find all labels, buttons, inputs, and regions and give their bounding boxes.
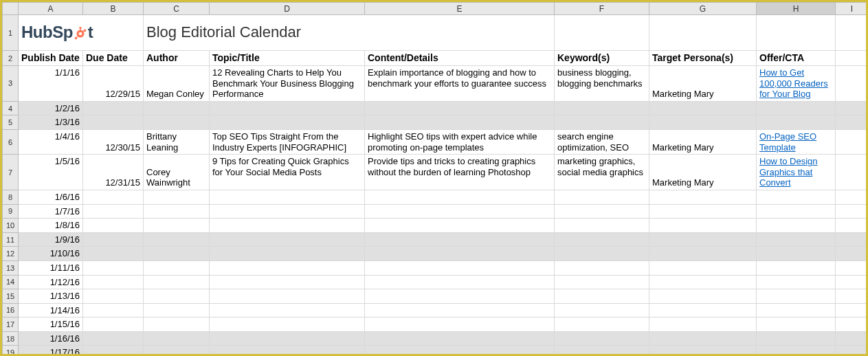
cell-i15[interactable]: [836, 289, 869, 304]
cell-f11[interactable]: [555, 232, 649, 247]
cell-h14[interactable]: [757, 275, 836, 289]
cell-c11[interactable]: [144, 232, 210, 247]
cell-c6[interactable]: Brittany Leaning: [144, 129, 210, 154]
cell-a8[interactable]: 1/6/16: [19, 190, 83, 204]
cell-f7[interactable]: marketing graphics, social media graphic…: [555, 155, 649, 190]
cell-f15[interactable]: [555, 289, 649, 304]
cell-f13[interactable]: [555, 260, 649, 275]
cell-a10[interactable]: 1/8/16: [19, 219, 83, 233]
header-offer[interactable]: Offer/CTA: [757, 51, 836, 66]
cell-e18[interactable]: [365, 331, 555, 346]
cell-f3[interactable]: business blogging, blogging benchmarks: [555, 66, 649, 102]
cell-a11[interactable]: 1/9/16: [19, 232, 83, 247]
row-header-3[interactable]: 3: [3, 66, 19, 102]
cell-a19[interactable]: 1/17/16: [19, 346, 83, 356]
cell-f4[interactable]: [555, 101, 649, 115]
cell-d8[interactable]: [210, 190, 365, 204]
cell-i5[interactable]: [836, 115, 869, 130]
cell-d14[interactable]: [210, 275, 365, 289]
cell-d6[interactable]: Top SEO Tips Straight From the Industry …: [210, 129, 365, 154]
cell-i11[interactable]: [836, 232, 869, 247]
cell-e16[interactable]: [365, 303, 555, 318]
cell-a9[interactable]: 1/7/16: [19, 204, 83, 219]
cell-g19[interactable]: [649, 346, 757, 356]
cell-a4[interactable]: 1/2/16: [19, 101, 83, 115]
cell-a12[interactable]: 1/10/16: [19, 247, 83, 261]
header-keywords[interactable]: Keyword(s): [555, 51, 649, 66]
cell-i12[interactable]: [836, 247, 869, 261]
select-all-corner[interactable]: [3, 3, 19, 15]
cell-h3[interactable]: How to Get 100,000 Readers for Your Blog: [757, 66, 836, 102]
cell-e11[interactable]: [365, 232, 555, 247]
cell-i2[interactable]: [836, 51, 869, 66]
cell-e13[interactable]: [365, 260, 555, 275]
col-header-d[interactable]: D: [210, 3, 365, 15]
cell-e12[interactable]: [365, 247, 555, 261]
cell-c5[interactable]: [144, 115, 210, 130]
cell-g18[interactable]: [649, 331, 757, 346]
cell-g4[interactable]: [649, 101, 757, 115]
cell-c16[interactable]: [144, 303, 210, 318]
cell-a13[interactable]: 1/11/16: [19, 260, 83, 275]
cell-i18[interactable]: [836, 331, 869, 346]
cell-d9[interactable]: [210, 204, 365, 219]
cell-h5[interactable]: [757, 115, 836, 130]
cell-i3[interactable]: [836, 66, 869, 102]
cell-f1[interactable]: [555, 15, 649, 51]
cell-f18[interactable]: [555, 331, 649, 346]
cell-c17[interactable]: [144, 318, 210, 332]
cell-c9[interactable]: [144, 204, 210, 219]
cell-d4[interactable]: [210, 101, 365, 115]
cell-a3[interactable]: 1/1/16: [19, 66, 83, 102]
header-due-date[interactable]: Due Date: [83, 51, 144, 66]
cell-g14[interactable]: [649, 275, 757, 289]
cell-a6[interactable]: 1/4/16: [19, 129, 83, 154]
col-header-g[interactable]: G: [649, 3, 757, 15]
cell-i13[interactable]: [836, 260, 869, 275]
header-author[interactable]: Author: [144, 51, 210, 66]
cell-e15[interactable]: [365, 289, 555, 304]
cell-a14[interactable]: 1/12/16: [19, 275, 83, 289]
cell-i1[interactable]: [836, 15, 869, 51]
cell-h19[interactable]: [757, 346, 836, 356]
cell-h7[interactable]: How to Design Graphics that Convert: [757, 155, 836, 190]
cell-c7[interactable]: Corey Wainwright: [144, 155, 210, 190]
cell-g9[interactable]: [649, 204, 757, 219]
cell-c14[interactable]: [144, 275, 210, 289]
cell-g17[interactable]: [649, 318, 757, 332]
cell-b14[interactable]: [83, 275, 144, 289]
col-header-h[interactable]: H: [757, 3, 836, 15]
cell-c15[interactable]: [144, 289, 210, 304]
row-header-13[interactable]: 13: [3, 260, 19, 275]
col-header-a[interactable]: A: [19, 3, 83, 15]
cell-d5[interactable]: [210, 115, 365, 130]
cell-i10[interactable]: [836, 219, 869, 233]
row-header-6[interactable]: 6: [3, 129, 19, 154]
cell-h15[interactable]: [757, 289, 836, 304]
cell-c4[interactable]: [144, 101, 210, 115]
cell-g6[interactable]: Marketing Mary: [649, 129, 757, 154]
cell-d3[interactable]: 12 Revealing Charts to Help You Benchmar…: [210, 66, 365, 102]
col-header-b[interactable]: B: [83, 3, 144, 15]
cell-h10[interactable]: [757, 219, 836, 233]
cell-d16[interactable]: [210, 303, 365, 318]
cell-b13[interactable]: [83, 260, 144, 275]
cell-e8[interactable]: [365, 190, 555, 204]
cell-f19[interactable]: [555, 346, 649, 356]
row-header-1[interactable]: 1: [3, 15, 19, 51]
cell-b11[interactable]: [83, 232, 144, 247]
cell-i16[interactable]: [836, 303, 869, 318]
cell-g1[interactable]: [649, 15, 757, 51]
cell-g11[interactable]: [649, 232, 757, 247]
cell-f5[interactable]: [555, 115, 649, 130]
cell-b16[interactable]: [83, 303, 144, 318]
cell-a17[interactable]: 1/15/16: [19, 318, 83, 332]
header-persona[interactable]: Target Persona(s): [649, 51, 757, 66]
cell-b6[interactable]: 12/30/15: [83, 129, 144, 154]
cell-f16[interactable]: [555, 303, 649, 318]
cell-d19[interactable]: [210, 346, 365, 356]
cell-a7[interactable]: 1/5/16: [19, 155, 83, 190]
cell-b10[interactable]: [83, 219, 144, 233]
row-header-5[interactable]: 5: [3, 115, 19, 130]
cell-f17[interactable]: [555, 318, 649, 332]
